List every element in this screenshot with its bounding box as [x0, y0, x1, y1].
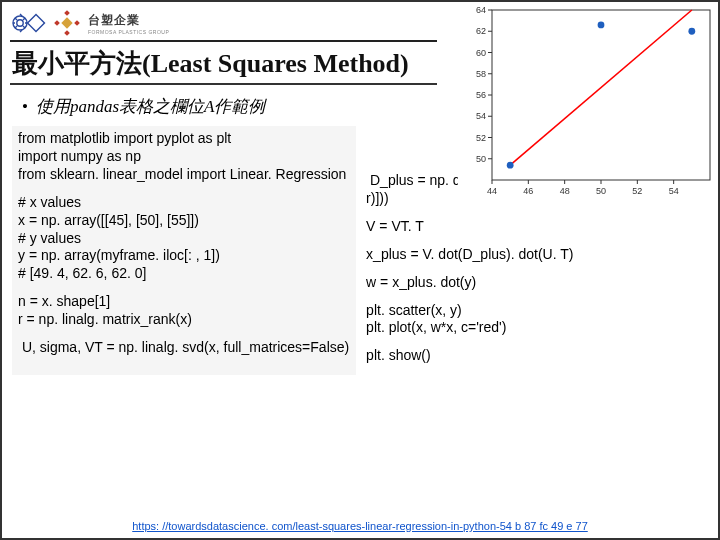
svg-text:54: 54 — [476, 111, 486, 121]
code-xy: # x values x = np. array([[45], [50], [5… — [18, 194, 350, 284]
source-link[interactable]: https: //towardsdatascience. com/least-s… — [132, 520, 588, 532]
svg-point-1 — [17, 20, 23, 26]
svg-text:50: 50 — [476, 154, 486, 164]
code-rank: n = x. shape[1] r = np. linalg. matrix_r… — [18, 293, 350, 329]
code-vtt: V = VT. T — [366, 218, 710, 236]
svg-text:56: 56 — [476, 90, 486, 100]
code-plot: plt. scatter(x, y) plt. plot(x, w*x, c='… — [366, 302, 710, 338]
company-name-block: 台塑企業 FORMOSA PLASTICS GROUP — [88, 12, 169, 35]
code-w: w = x_plus. dot(y) — [366, 274, 710, 292]
svg-rect-2 — [28, 15, 45, 32]
code-show: plt. show() — [366, 347, 710, 365]
svg-text:48: 48 — [560, 186, 570, 196]
svg-rect-4 — [64, 30, 70, 36]
svg-text:52: 52 — [632, 186, 642, 196]
code-svd: U, sigma, VT = np. linalg. svd(x, full_m… — [18, 339, 350, 357]
svg-text:54: 54 — [669, 186, 679, 196]
svg-rect-3 — [64, 10, 70, 16]
svg-rect-5 — [54, 20, 60, 26]
logo-diamond-icon — [54, 10, 80, 36]
svg-text:44: 44 — [487, 186, 497, 196]
svg-point-38 — [507, 162, 514, 169]
code-col-left: from matplotlib import pyplot as plt imp… — [12, 126, 356, 375]
logo-gear-icon — [10, 9, 46, 37]
svg-text:58: 58 — [476, 69, 486, 79]
bullet-dot-icon: • — [22, 97, 28, 117]
footer-link: https: //towardsdatascience. com/least-s… — [2, 520, 718, 532]
svg-text:50: 50 — [596, 186, 606, 196]
svg-text:52: 52 — [476, 133, 486, 143]
header-divider — [10, 40, 437, 42]
svg-text:60: 60 — [476, 48, 486, 58]
svg-rect-7 — [61, 17, 72, 28]
slide: 台塑企業 FORMOSA PLASTICS GROUP 最小平方法(Least … — [0, 0, 720, 540]
svg-text:46: 46 — [523, 186, 533, 196]
page-title: 最小平方法(Least Squares Method) — [12, 46, 446, 81]
svg-rect-8 — [492, 10, 710, 180]
svg-rect-6 — [74, 20, 80, 26]
company-name-en: FORMOSA PLASTICS GROUP — [88, 29, 169, 35]
code-xplus: x_plus = V. dot(D_plus). dot(U. T) — [366, 246, 710, 264]
svg-text:62: 62 — [476, 26, 486, 36]
svg-point-40 — [688, 28, 695, 35]
svg-text:64: 64 — [476, 5, 486, 15]
scatter-chart: 5052545658606264444648505254 — [458, 2, 718, 202]
company-name-cn: 台塑企業 — [88, 12, 169, 29]
code-imports: from matplotlib import pyplot as plt imp… — [18, 130, 350, 184]
title-underline — [10, 83, 437, 85]
svg-point-39 — [598, 21, 605, 28]
bullet-text: 使用pandas表格之欄位A作範例 — [36, 95, 266, 118]
